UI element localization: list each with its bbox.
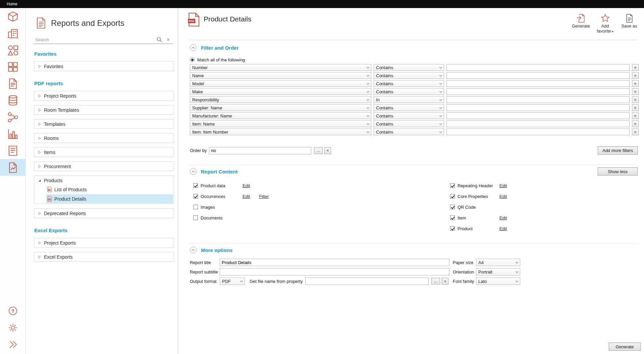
filter-value-input[interactable]: [446, 96, 630, 103]
filter-operator-select[interactable]: Contains: [374, 88, 444, 95]
checkbox-checked[interactable]: [450, 205, 455, 209]
file-name-clear-button[interactable]: ✕: [442, 278, 448, 285]
rail-item-shapes[interactable]: [0, 42, 25, 58]
save-as-button[interactable]: Save as: [619, 13, 640, 29]
collapse-more-section-button[interactable]: [190, 247, 197, 253]
filter-field-select[interactable]: Manufacturer: Name: [190, 112, 371, 119]
expand-tree-icon[interactable]: [38, 108, 41, 112]
sidebar-item-project-exports[interactable]: Project Exports: [34, 238, 174, 248]
sidebar-item-project-reports[interactable]: Project Reports: [34, 91, 174, 101]
generate-button[interactable]: Generate: [571, 13, 591, 29]
filter-field-select[interactable]: Name: [190, 72, 371, 79]
tree-item-row[interactable]: Deprecated Reports: [34, 209, 174, 218]
sidebar-item-templates[interactable]: Templates: [34, 119, 174, 129]
rail-item-buildings[interactable]: [0, 25, 25, 42]
show-less-button[interactable]: Show less: [598, 167, 638, 175]
expand-tree-icon[interactable]: [38, 151, 41, 154]
rail-item-site[interactable]: [0, 8, 25, 25]
filter-operator-select[interactable]: Contains: [374, 120, 444, 127]
filter-field-select[interactable]: Item: Item Number: [190, 129, 371, 135]
tree-item-row[interactable]: Procurement: [34, 162, 174, 171]
filter-value-input[interactable]: [446, 120, 630, 127]
checkbox-checked[interactable]: [193, 183, 198, 188]
sidebar-item-items[interactable]: Items: [34, 147, 174, 157]
rail-item-database[interactable]: [0, 92, 25, 109]
remove-filter-button[interactable]: ✕: [632, 80, 639, 87]
checkbox-checked[interactable]: [450, 183, 455, 188]
filter-value-input[interactable]: [446, 129, 630, 135]
order-by-browse-button[interactable]: …: [314, 147, 323, 154]
expand-tree-icon[interactable]: [38, 65, 41, 68]
filter-operator-select[interactable]: Contains: [374, 104, 444, 111]
match-all-radio[interactable]: Match all of the following: [190, 57, 638, 62]
filter-operator-select[interactable]: Contains: [374, 129, 444, 135]
sidebar-item-list-of-products[interactable]: PDFList of Products: [46, 185, 173, 194]
tree-item-row[interactable]: Excel Exports: [34, 252, 174, 261]
edit-link[interactable]: Edit: [499, 183, 507, 188]
filter-operator-select[interactable]: Contains: [374, 72, 444, 79]
checkbox-checked[interactable]: [450, 194, 455, 199]
sidebar-item-product-details[interactable]: PDFProduct Details: [46, 194, 173, 203]
edit-link[interactable]: Edit: [243, 194, 250, 199]
rail-item-components[interactable]: [0, 58, 25, 75]
sidebar-item-favorites[interactable]: Favorites: [34, 61, 174, 71]
collapse-filter-section-button[interactable]: [190, 44, 197, 51]
sidebar-item-procurement[interactable]: Procurement: [34, 161, 174, 171]
collapse-tree-icon[interactable]: [38, 179, 41, 182]
rail-item-process[interactable]: [0, 109, 25, 125]
tree-item-row[interactable]: Favorites: [34, 62, 174, 71]
tree-item-row[interactable]: Room Templates: [34, 105, 174, 114]
orientation-select[interactable]: Portrait: [476, 268, 520, 275]
home-menu[interactable]: Home: [7, 2, 17, 6]
rail-item-help[interactable]: ?: [0, 302, 25, 319]
tree-item-row[interactable]: Items: [34, 148, 174, 157]
add-more-filters-button[interactable]: Add more filters: [598, 146, 638, 155]
tree-item-row[interactable]: Rooms: [34, 134, 174, 143]
order-by-input[interactable]: [209, 147, 311, 154]
filter-value-input[interactable]: [446, 104, 630, 111]
edit-link[interactable]: Edit: [243, 183, 250, 188]
expand-tree-icon[interactable]: [38, 137, 41, 140]
filter-value-input[interactable]: [446, 80, 630, 87]
sidebar-item-excel-exports[interactable]: Excel Exports: [34, 252, 174, 262]
paper-size-select[interactable]: A4: [476, 259, 520, 266]
remove-filter-button[interactable]: ✕: [632, 88, 639, 95]
expand-tree-icon[interactable]: [38, 241, 41, 245]
report-title-input[interactable]: [220, 259, 449, 266]
output-format-select[interactable]: PDF: [220, 277, 245, 285]
expand-tree-icon[interactable]: [38, 212, 41, 215]
edit-link[interactable]: Edit: [499, 215, 507, 220]
filter-field-select[interactable]: Make: [190, 88, 371, 95]
sidebar-item-deprecated-reports[interactable]: Deprecated Reports: [34, 208, 174, 218]
filter-value-input[interactable]: [446, 64, 630, 71]
filter-value-input[interactable]: [446, 112, 630, 119]
filter-field-select[interactable]: Number: [190, 64, 371, 71]
filter-operator-select[interactable]: In: [374, 96, 444, 103]
font-family-select[interactable]: Lato: [476, 277, 520, 285]
remove-filter-button[interactable]: ✕: [632, 104, 639, 111]
rail-item-reports[interactable]: [0, 159, 25, 176]
checkbox-checked[interactable]: [450, 226, 455, 231]
expand-tree-icon[interactable]: [38, 255, 41, 259]
remove-filter-button[interactable]: ✕: [632, 72, 639, 79]
tree-item-row[interactable]: Products: [34, 176, 174, 185]
expand-tree-icon[interactable]: [38, 165, 41, 168]
rail-item-documents[interactable]: [0, 75, 25, 92]
tree-item-row[interactable]: Project Exports: [34, 238, 174, 247]
checkbox-checked[interactable]: [193, 194, 198, 199]
edit-link[interactable]: Edit: [499, 194, 507, 199]
remove-filter-button[interactable]: ✕: [632, 64, 639, 71]
checkbox-unchecked[interactable]: [193, 205, 198, 209]
rail-item-statistics[interactable]: [0, 125, 25, 142]
checkbox-checked[interactable]: [450, 215, 455, 220]
filter-field-select[interactable]: Model: [190, 80, 371, 87]
remove-filter-button[interactable]: ✕: [632, 129, 639, 135]
filter-operator-select[interactable]: Contains: [374, 64, 444, 71]
checkbox-unchecked[interactable]: [193, 215, 198, 220]
remove-filter-button[interactable]: ✕: [632, 120, 639, 127]
rail-item-settings[interactable]: [0, 319, 25, 336]
rail-item-expand[interactable]: [0, 336, 25, 353]
expand-tree-icon[interactable]: [38, 94, 41, 98]
expand-tree-icon[interactable]: [38, 122, 41, 126]
filter-field-select[interactable]: Responsibility: [190, 96, 371, 103]
